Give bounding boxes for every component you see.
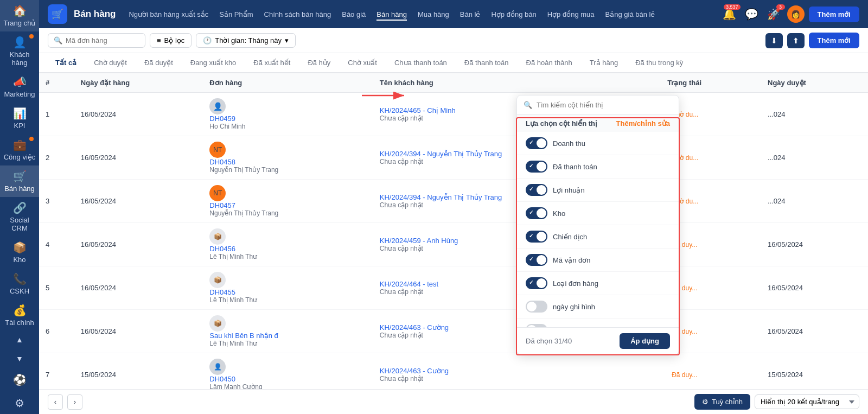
sidebar-item-social-crm[interactable]: 🔗 Social CRM — [0, 197, 39, 237]
time-filter-button[interactable]: 🕐 Thời gian: Tháng này ▾ — [196, 33, 296, 48]
filter-button[interactable]: ≡ Bộ lọc — [150, 33, 192, 48]
sidebar-item-ban-hang[interactable]: 🛒 Bán hàng — [0, 165, 39, 197]
nav-link-ban-le[interactable]: Bán lẻ — [460, 8, 481, 21]
toggle-loi-nhuan[interactable]: ✓ — [526, 184, 547, 196]
toggle-track[interactable]: ✓ — [526, 161, 547, 173]
customer-link[interactable]: KH/2024/464 - test — [380, 280, 438, 288]
apply-button[interactable]: Áp dụng — [620, 333, 670, 349]
upload-button[interactable]: ⬆ — [787, 33, 805, 48]
toggle-doanh-thu[interactable]: ✓ — [526, 137, 547, 149]
them-moi-button[interactable]: Thêm mới — [809, 33, 859, 48]
user-avatar[interactable]: 👩 — [787, 5, 805, 23]
tab-da-thu-trong-ky[interactable]: Đã thu trong kỳ — [628, 53, 691, 73]
toggle-track[interactable] — [526, 324, 547, 327]
sidebar-item-cong-viec[interactable]: 💼 Công việc — [0, 134, 39, 165]
col-item-chien-dich[interactable]: ✓ Chiến dịch — [517, 225, 679, 249]
customer-link[interactable]: KH/2024/459 - Anh Hùng — [380, 237, 458, 245]
nav-link-bang-gia[interactable]: Bảng giá bán lẻ — [605, 8, 655, 21]
nav-link-hop-dong-ban[interactable]: Hợp đồng bán — [491, 8, 536, 21]
nav-link-bao-gia[interactable]: Báo giá — [342, 8, 366, 21]
tab-dang-xuat-kho[interactable]: Đang xuất kho — [183, 53, 244, 73]
toggle-track[interactable]: ✓ — [526, 137, 547, 149]
toggle-trang-thai-van-don[interactable] — [526, 324, 547, 327]
order-link[interactable]: DH0456 — [209, 245, 366, 253]
col-item-kho[interactable]: ✓ Kho — [517, 202, 679, 225]
customer-link[interactable]: KH/2024/465 - Chị Minh — [380, 106, 456, 114]
col-search-input[interactable] — [537, 101, 672, 109]
tab-chua-thanh-toan[interactable]: Chưa thanh toán — [387, 53, 455, 73]
toggle-ma-van-don[interactable]: ✓ — [526, 254, 547, 266]
sidebar-item-marketing[interactable]: 📣 Marketing — [0, 71, 39, 103]
order-link[interactable]: DH0457 — [209, 201, 366, 209]
toggle-kho[interactable]: ✓ — [526, 207, 547, 219]
nav-link-hop-dong-mua[interactable]: Hợp đồng mua — [547, 8, 595, 21]
prev-page-button[interactable]: ‹ — [48, 394, 63, 410]
customer-link[interactable]: KH/2024/394 - Nguyễn Thị Thủy Trang — [380, 193, 502, 201]
row-avatar: 👤 — [209, 98, 226, 114]
order-link[interactable]: DH0450 — [209, 375, 366, 383]
customize-button[interactable]: ⚙ Tuỳ chỉnh — [694, 394, 750, 410]
sidebar-item-settings[interactable]: ⚙ — [0, 392, 39, 414]
nav-link-ban-hang[interactable]: Bán hàng — [376, 8, 407, 21]
add-new-button[interactable]: Thêm mới — [809, 7, 859, 22]
tab-tra-hang[interactable]: Trả hàng — [582, 53, 626, 73]
toggle-track[interactable] — [526, 301, 547, 313]
nav-link-mua-hang[interactable]: Mua hàng — [418, 8, 449, 21]
customer-link[interactable]: KH/2024/463 - Cường — [380, 367, 449, 375]
sidebar-item-kho[interactable]: 📦 Kho — [0, 237, 39, 268]
tab-da-hoan-thanh[interactable]: Đã hoàn thành — [519, 53, 580, 73]
nav-link-san-pham[interactable]: Sản Phẩm — [219, 8, 253, 21]
tab-tat-ca[interactable]: Tất cả — [48, 53, 84, 73]
download-button[interactable]: ⬇ — [765, 33, 783, 48]
sidebar-item-tai-chinh[interactable]: 💰 Tài chính — [0, 300, 39, 331]
customer-link[interactable]: KH/2024/394 - Nguyễn Thị Thủy Trang — [380, 150, 502, 158]
col-item-ma-van-don[interactable]: ✓ Mã vận đơn — [517, 249, 679, 272]
col-item-loai-don-hang[interactable]: ✓ Loại đơn hàng — [517, 272, 679, 295]
sidebar-item-ball[interactable]: ⚽ — [0, 369, 39, 392]
user-icon: 👤 — [13, 36, 27, 49]
col-item-loi-nhuan[interactable]: ✓ Lợi nhuận — [517, 179, 679, 202]
toggle-da-thanh-toan[interactable]: ✓ — [526, 161, 547, 173]
customer-link[interactable]: KH/2024/463 - Cường — [380, 323, 449, 332]
search-box[interactable]: 🔍 — [48, 33, 145, 48]
add-edit-button[interactable]: Thêm/chỉnh sửa — [616, 119, 670, 128]
chat-button[interactable]: 💬 — [743, 5, 761, 23]
order-link[interactable]: DH0458 — [209, 158, 366, 166]
sidebar-item-collapse-down[interactable]: ▼ — [0, 350, 39, 369]
tab-da-thanh-toan[interactable]: Đã thanh toán — [457, 53, 516, 73]
col-item-trang-thai-van-don[interactable]: Trạng thái vận đơn — [517, 319, 679, 327]
toggle-track[interactable]: ✓ — [526, 231, 547, 243]
sidebar-item-khach-hang[interactable]: 👤 Khách hàng — [0, 31, 39, 71]
search-input[interactable] — [66, 36, 136, 44]
toggle-loai-don-hang[interactable]: ✓ — [526, 277, 547, 289]
sidebar-item-trang-chu[interactable]: 🏠 Trang chủ — [0, 0, 39, 31]
toggle-track[interactable]: ✓ — [526, 254, 547, 266]
tab-da-duyet[interactable]: Đã duyệt — [137, 53, 181, 73]
sidebar-item-cskh[interactable]: 📞 CSKH — [0, 268, 39, 300]
toggle-track[interactable]: ✓ — [526, 207, 547, 219]
order-link[interactable]: DH0459 — [209, 114, 366, 123]
toggle-track[interactable]: ✓ — [526, 184, 547, 196]
toggle-track[interactable]: ✓ — [526, 277, 547, 289]
per-page-select[interactable]: Hiển thị 20 kết quả/trang Hiển thị 50 kế… — [755, 394, 859, 409]
nav-link-chinh-sach[interactable]: Chính sách bán hàng — [264, 8, 331, 21]
col-selector-search-box[interactable]: 🔍 — [517, 95, 679, 115]
notifications-button[interactable]: 🔔 3,537 — [720, 5, 738, 23]
col-item-ngay-ghi-hinh[interactable]: ngày ghi hình — [517, 295, 679, 319]
next-page-button[interactable]: › — [67, 394, 82, 410]
tab-da-xuat-het[interactable]: Đã xuất hết — [246, 53, 298, 73]
nav-link-nbs[interactable]: Người bán hàng xuất sắc — [129, 8, 208, 21]
col-item-doanh-thu[interactable]: ✓ Doanh thu — [517, 132, 679, 155]
toggle-ngay-ghi-hinh[interactable] — [526, 301, 547, 313]
rocket-button[interactable]: 🚀 3 — [765, 5, 783, 23]
cskh-icon: 📞 — [13, 272, 27, 285]
order-link[interactable]: Sau khi Bên B nhận đ — [209, 332, 366, 340]
toggle-chien-dich[interactable]: ✓ — [526, 231, 547, 243]
tab-da-huy[interactable]: Đã hủy — [300, 53, 338, 73]
tab-cho-xuat[interactable]: Chờ xuất — [340, 53, 385, 73]
order-link[interactable]: DH0455 — [209, 288, 366, 296]
sidebar-item-kpi[interactable]: 📊 KPI — [0, 103, 39, 134]
tab-cho-duyet[interactable]: Chờ duyệt — [86, 53, 135, 73]
col-item-da-thanh-toan[interactable]: ✓ Đã thanh toán — [517, 155, 679, 179]
sidebar-item-collapse-up[interactable]: ▲ — [0, 331, 39, 350]
